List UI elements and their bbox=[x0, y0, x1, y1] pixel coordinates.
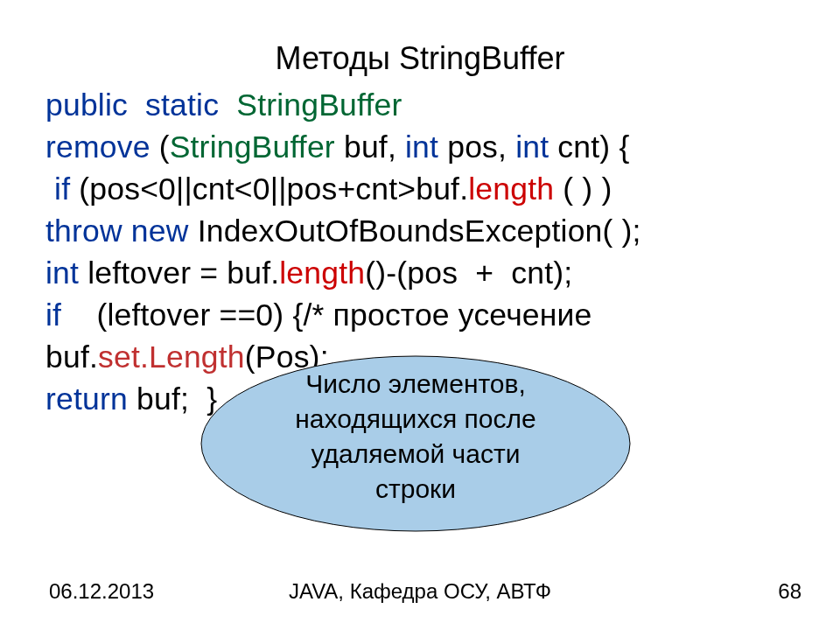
code-line-9: return buf; } bbox=[46, 378, 807, 420]
code-line-5: int leftover = buf.length()-(pos + cnt); bbox=[46, 252, 807, 294]
footer-page: 68 bbox=[778, 579, 802, 604]
code-line-6: if (leftover ==0) {/* простое усечение bbox=[46, 294, 807, 336]
code-line-3: if (pos<0||cnt<0||pos+cnt>buf.length ( )… bbox=[46, 168, 807, 210]
slide-title: Методы StringBuffer bbox=[0, 40, 840, 77]
slide: Методы StringBuffer public static String… bbox=[0, 0, 840, 630]
code-line-2: remove (StringBuffer buf, int pos, int c… bbox=[46, 126, 807, 168]
code-line-1: public static StringBuffer bbox=[46, 84, 807, 126]
footer-center: JAVA, Кафедра ОСУ, АВТФ bbox=[0, 579, 840, 604]
code-line-4: throw new IndexOutOfBoundsException( ); bbox=[46, 210, 807, 252]
code-line-8: buf.set.Length(Pos); bbox=[46, 336, 807, 378]
code-block: public static StringBuffer remove (Strin… bbox=[46, 84, 807, 420]
